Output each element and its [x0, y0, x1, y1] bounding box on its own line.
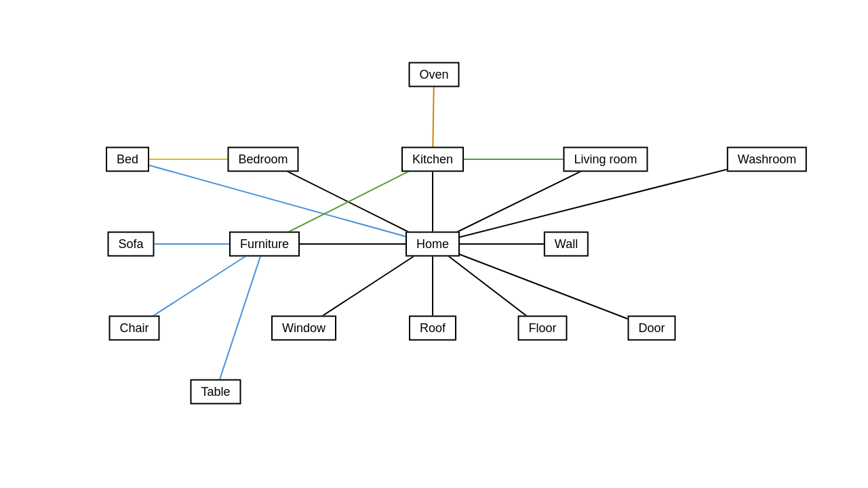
node-wall[interactable]: Wall: [544, 232, 589, 257]
node-bed[interactable]: Bed: [106, 147, 149, 172]
node-furniture[interactable]: Furniture: [229, 232, 300, 257]
node-bedroom[interactable]: Bedroom: [227, 147, 298, 172]
node-washroom[interactable]: Washroom: [727, 147, 807, 172]
node-home[interactable]: Home: [406, 232, 460, 257]
node-roof[interactable]: Roof: [409, 316, 456, 341]
node-livingroom[interactable]: Living room: [563, 147, 648, 172]
node-sofa[interactable]: Sofa: [107, 232, 154, 257]
node-kitchen[interactable]: Kitchen: [401, 147, 464, 172]
node-door[interactable]: Door: [627, 316, 675, 341]
node-table[interactable]: Table: [190, 380, 241, 405]
graph-container: OvenKitchenBedroomBedLiving roomWashroom…: [0, 0, 868, 488]
node-chair[interactable]: Chair: [108, 316, 159, 341]
node-oven[interactable]: Oven: [408, 62, 459, 87]
node-window[interactable]: Window: [271, 316, 336, 341]
node-floor[interactable]: Floor: [517, 316, 567, 341]
svg-line-14: [216, 244, 264, 392]
svg-line-4: [433, 159, 767, 244]
